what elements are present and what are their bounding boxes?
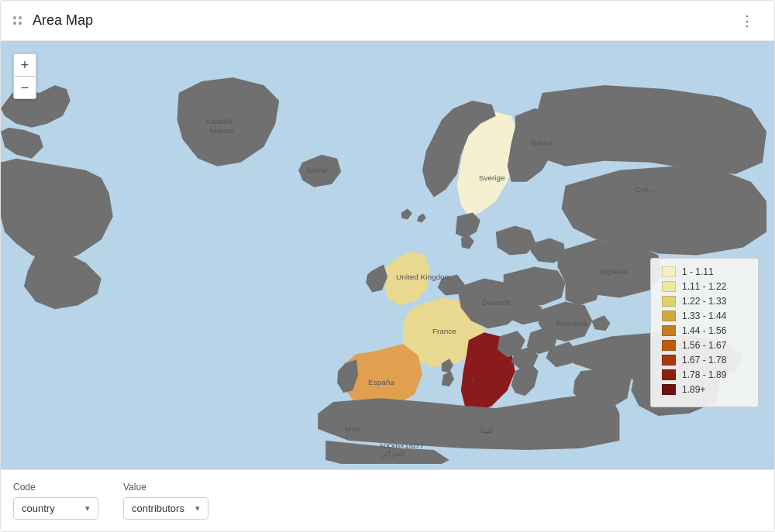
legend-range-6: 1.56 - 1.67	[682, 340, 726, 351]
value-dropdown-chevron: ▾	[195, 503, 200, 513]
code-label: Code	[13, 482, 98, 493]
legend-range-3: 1.22 - 1.33	[682, 296, 726, 307]
legend-color-2	[662, 281, 676, 292]
legend-item-1: 1 - 1.11	[662, 266, 747, 277]
legend-color-1	[662, 266, 676, 277]
panel-footer: Code country ▾ Value contributors ▾	[1, 469, 774, 531]
panel-title: Area Map	[33, 12, 734, 29]
legend-item-8: 1.78 - 1.89	[662, 369, 747, 380]
legend-item-9: 1.89+	[662, 384, 747, 395]
legend-color-7	[662, 355, 676, 366]
drag-handle[interactable]	[13, 16, 22, 25]
map-legend: 1 - 1.11 1.11 - 1.22 1.22 - 1.33 1.33 - …	[650, 258, 759, 407]
legend-range-2: 1.11 - 1.22	[682, 281, 726, 292]
code-dropdown-value: country	[22, 503, 55, 514]
legend-range-8: 1.78 - 1.89	[682, 369, 726, 380]
legend-range-9: 1.89+	[682, 384, 705, 395]
code-dropdown-chevron: ▾	[85, 503, 90, 513]
panel-header: Area Map ⋮	[1, 1, 774, 41]
zoom-controls: + −	[13, 53, 36, 99]
legend-item-6: 1.56 - 1.67	[662, 340, 747, 351]
legend-range-7: 1.67 - 1.78	[682, 355, 726, 366]
legend-color-9	[662, 384, 676, 395]
map-container[interactable]: Kalaallit Nunaat United Kingdom France E…	[1, 41, 774, 469]
legend-range-4: 1.33 - 1.44	[682, 311, 726, 321]
zoom-out-button[interactable]: −	[14, 77, 36, 98]
header-menu-button[interactable]: ⋮	[734, 9, 762, 33]
value-dropdown[interactable]: contributors ▾	[123, 497, 208, 520]
legend-color-8	[662, 369, 676, 380]
legend-item-5: 1.44 - 1.56	[662, 325, 747, 336]
legend-color-5	[662, 325, 676, 336]
legend-item-2: 1.11 - 1.22	[662, 281, 747, 292]
value-field-group: Value contributors ▾	[123, 482, 208, 520]
value-label: Value	[123, 482, 208, 493]
legend-range-1: 1 - 1.11	[682, 266, 714, 277]
legend-range-5: 1.44 - 1.56	[682, 325, 726, 336]
legend-item-4: 1.33 - 1.44	[662, 311, 747, 321]
legend-color-6	[662, 340, 676, 351]
legend-item-3: 1.22 - 1.33	[662, 296, 747, 307]
zoom-in-button[interactable]: +	[14, 54, 36, 76]
value-dropdown-value: contributors	[132, 503, 184, 514]
legend-color-4	[662, 311, 676, 321]
code-dropdown[interactable]: country ▾	[13, 497, 98, 520]
legend-color-3	[662, 296, 676, 307]
area-map-panel: Area Map ⋮	[0, 0, 775, 532]
legend-item-7: 1.67 - 1.78	[662, 355, 747, 366]
code-field-group: Code country ▾	[13, 482, 98, 520]
